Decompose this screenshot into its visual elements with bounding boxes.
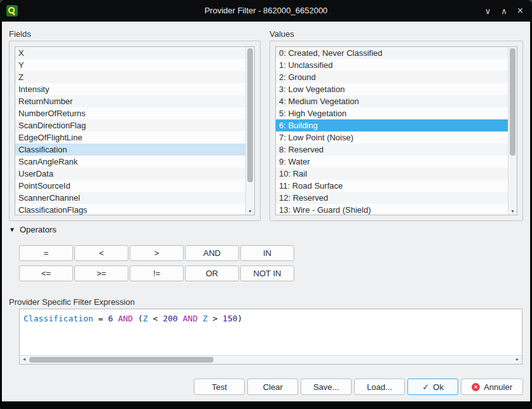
list-item[interactable]: 4: Medium Vegetation	[276, 95, 508, 107]
load-button[interactable]: Load...	[354, 379, 405, 395]
list-item[interactable]: 5: High Vegetation	[276, 107, 508, 119]
expression-token	[198, 314, 203, 323]
operators-row-2: <=>=!=ORNOT IN	[19, 265, 294, 281]
list-item[interactable]: Classification	[15, 144, 246, 156]
collapse-arrow-icon[interactable]: ▼	[9, 227, 15, 233]
operator-button-not-equal[interactable]: !=	[130, 265, 184, 281]
list-item[interactable]: 0: Created, Never Classified	[276, 47, 508, 59]
scroll-down-icon[interactable]: ▼	[246, 208, 254, 215]
operator-button-less-equal[interactable]: <=	[19, 265, 73, 281]
fields-list-rows: XYZIntensityReturnNumberNumberOfReturnsS…	[15, 47, 246, 215]
fields-group: XYZIntensityReturnNumberNumberOfReturnsS…	[9, 41, 261, 221]
expression-token: Classification	[24, 314, 93, 323]
list-item[interactable]: ScanDirectionFlag	[15, 119, 246, 131]
expression-token: AND	[182, 314, 197, 323]
values-list-rows: 0: Created, Never Classified1: Unclassif…	[276, 47, 508, 215]
scrollbar-thumb[interactable]	[510, 48, 515, 156]
ok-button[interactable]: ✓ Ok	[407, 379, 458, 395]
list-item[interactable]: 10: Rail	[276, 168, 508, 180]
cancel-button-label: Annuler	[484, 382, 512, 392]
expression-token: <	[148, 314, 163, 323]
list-item[interactable]: Y	[15, 59, 246, 71]
values-group-label: Values	[269, 29, 294, 39]
values-group: 0: Created, Never Classified1: Unclassif…	[269, 41, 523, 221]
operators-row-1: =<>ANDIN	[19, 245, 294, 261]
clear-button[interactable]: Clear	[247, 379, 298, 395]
list-item[interactable]: 2: Ground	[276, 71, 508, 83]
scrollbar-thumb[interactable]	[247, 48, 253, 182]
operator-button-not-in[interactable]: NOT IN	[240, 265, 294, 281]
expression-token: 6	[108, 314, 113, 323]
expression-token: 200	[163, 314, 177, 323]
scrollbar-thumb[interactable]	[29, 357, 214, 363]
operator-button-in[interactable]: IN	[240, 245, 294, 261]
expression-token	[113, 314, 118, 323]
list-item[interactable]: Intensity	[15, 83, 246, 95]
list-item[interactable]: UserData	[15, 168, 246, 180]
fields-list[interactable]: XYZIntensityReturnNumberNumberOfReturnsS…	[15, 46, 255, 215]
expression-group-label: Provider Specific Filter Expression	[9, 297, 135, 307]
fields-group-label: Fields	[9, 29, 31, 39]
save-button[interactable]: Save...	[301, 379, 351, 395]
operator-button-or[interactable]: OR	[185, 265, 239, 281]
operator-button-and[interactable]: AND	[185, 245, 239, 261]
scroll-down-icon[interactable]: ▼	[508, 208, 517, 215]
list-item[interactable]: ClassificationFlags	[15, 204, 246, 215]
list-item[interactable]: NumberOfReturns	[15, 107, 246, 119]
check-icon: ✓	[422, 383, 429, 391]
list-item[interactable]: ScanAngleRank	[15, 156, 246, 168]
scroll-left-icon[interactable]: ◄	[20, 356, 28, 364]
test-button[interactable]: Test	[194, 379, 245, 395]
expression-token: =	[93, 314, 108, 323]
list-item[interactable]: 8: Reserved	[276, 144, 508, 156]
list-item[interactable]: 12: Reserved	[276, 192, 508, 204]
list-item[interactable]: ReturnNumber	[15, 95, 246, 107]
list-item[interactable]: X	[15, 47, 246, 59]
window-controls: ∨ ∧ ×	[485, 0, 523, 22]
dialog-content: Fields XYZIntensityReturnNumberNumberOfR…	[2, 22, 530, 401]
list-item[interactable]: 11: Road Surface	[276, 180, 508, 192]
values-vertical-scrollbar[interactable]: ▼	[508, 47, 517, 215]
list-item[interactable]: 1: Unclassified	[276, 59, 508, 71]
operator-button-less-than[interactable]: <	[74, 245, 128, 261]
list-item[interactable]: Z	[15, 71, 246, 83]
list-item[interactable]: PointSourceId	[15, 180, 246, 192]
load-button-label: Load...	[367, 382, 392, 392]
clear-button-label: Clear	[263, 382, 283, 392]
cancel-button[interactable]: ✕ Annuler	[461, 379, 523, 395]
ok-button-label: Ok	[433, 382, 444, 392]
expression-token: (	[133, 314, 143, 323]
expression-token: AND	[118, 314, 133, 323]
list-item[interactable]: EdgeOfFlightLine	[15, 131, 246, 144]
filter-expression-editor[interactable]: Classification = 6 AND (Z < 200 AND Z > …	[19, 309, 522, 365]
operator-button-greater-equal[interactable]: >=	[74, 265, 128, 281]
close-icon[interactable]: ×	[517, 6, 523, 16]
minimize-icon[interactable]: ∨	[485, 7, 491, 15]
save-button-label: Save...	[313, 382, 339, 392]
list-item[interactable]: 9: Water	[276, 156, 508, 168]
provider-filter-dialog: Provider Filter - 862000_6652000 ∨ ∧ × F…	[0, 0, 532, 409]
list-item[interactable]: ScannerChannel	[15, 192, 246, 204]
expression-token: )	[238, 314, 243, 323]
operator-button-equals[interactable]: =	[19, 245, 73, 261]
scroll-right-icon[interactable]: ►	[514, 356, 521, 364]
list-item[interactable]: 7: Low Point (Noise)	[276, 131, 508, 144]
test-button-label: Test	[212, 382, 227, 392]
maximize-icon[interactable]: ∧	[501, 7, 507, 15]
operator-button-greater-than[interactable]: >	[130, 245, 184, 261]
fields-vertical-scrollbar[interactable]: ▼	[245, 47, 254, 215]
expression-token: Z	[203, 314, 208, 323]
operators-label: Operators	[20, 225, 57, 234]
list-item[interactable]: 13: Wire - Guard (Shield)	[276, 204, 508, 215]
titlebar[interactable]: Provider Filter - 862000_6652000 ∨ ∧ ×	[0, 0, 532, 22]
expression-token: Z	[143, 314, 148, 323]
operators-header[interactable]: ▼ Operators	[9, 225, 57, 234]
window-title: Provider Filter - 862000_6652000	[0, 0, 532, 22]
list-item[interactable]: 6: Building	[276, 119, 508, 131]
list-item[interactable]: 3: Low Vegetation	[276, 83, 508, 95]
values-list[interactable]: 0: Created, Never Classified1: Unclassif…	[275, 46, 517, 215]
expression-token: >	[208, 314, 222, 323]
cancel-icon: ✕	[472, 383, 480, 391]
expression-horizontal-scrollbar[interactable]: ◄ ►	[20, 355, 522, 364]
expression-token: 150	[222, 314, 237, 323]
